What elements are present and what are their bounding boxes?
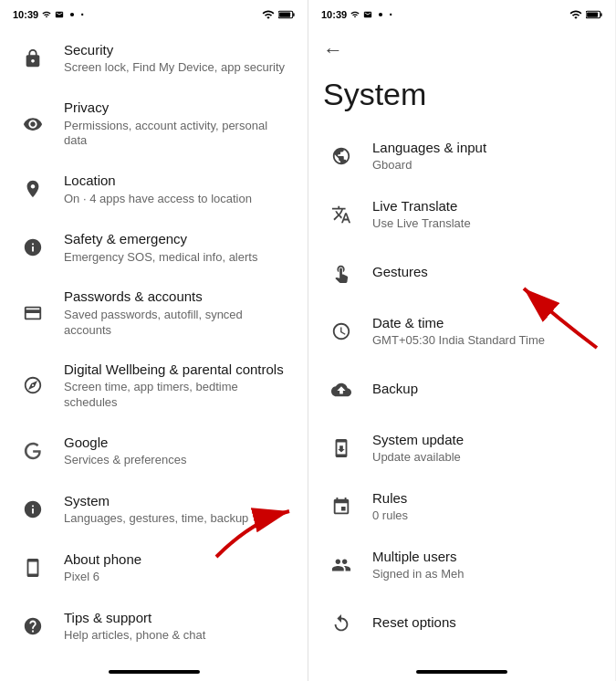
settings-item-system[interactable]: System Languages, gestures, time, backup <box>0 480 308 539</box>
security-subtitle: Screen lock, Find My Device, app securit… <box>64 60 293 76</box>
live-translate-subtitle: Use Live Translate <box>372 216 600 232</box>
settings-list-left: Security Screen lock, Find My Device, ap… <box>0 26 308 663</box>
reset-icon <box>323 605 360 642</box>
brightness-icon <box>68 10 77 19</box>
globe-icon <box>323 138 360 174</box>
rules-subtitle: 0 rules <box>372 508 600 524</box>
wifi-icon-left <box>262 8 275 21</box>
passwords-title: Passwords & accounts <box>64 288 293 306</box>
brightness-icon-r <box>376 10 385 19</box>
multiple-users-subtitle: Signed in as Meh <box>372 567 600 582</box>
location-title: Location <box>64 172 293 190</box>
system-update-title: System update <box>372 431 600 449</box>
tips-title: Tips & support <box>64 609 293 627</box>
translate-icon <box>323 196 360 233</box>
google-subtitle: Services & preferences <box>64 453 293 468</box>
settings-item-reset[interactable]: Reset options <box>308 594 615 653</box>
tips-subtitle: Help articles, phone & chat <box>64 628 293 644</box>
battery-icon-right <box>586 9 602 20</box>
google-title: Google <box>64 434 293 452</box>
backup-icon <box>323 372 360 408</box>
system-settings-list: Languages & input Gboard Live Translate … <box>308 123 615 663</box>
settings-item-wellbeing[interactable]: Digital Wellbeing & parental controls Sc… <box>0 350 308 422</box>
system-update-subtitle: Update available <box>372 450 600 466</box>
question-icon <box>15 608 51 644</box>
settings-item-backup[interactable]: Backup <box>308 361 615 419</box>
home-indicator-left[interactable] <box>0 663 308 681</box>
settings-item-security[interactable]: Security Screen lock, Find My Device, ap… <box>0 29 308 88</box>
location-icon <box>15 171 51 207</box>
mail-icon <box>55 10 64 19</box>
safety-title: Safety & emergency <box>64 230 293 248</box>
settings-item-google[interactable]: Google Services & preferences <box>0 422 308 480</box>
location-subtitle: On · 4 apps have access to location <box>64 192 293 207</box>
settings-item-safety[interactable]: Safety & emergency Emergency SOS, medica… <box>0 218 308 277</box>
settings-item-tips[interactable]: Tips & support Help articles, phone & ch… <box>0 597 308 655</box>
right-header: ← <box>308 26 615 69</box>
settings-item-privacy[interactable]: Privacy Permissions, account activity, p… <box>0 88 308 160</box>
svg-rect-8 <box>600 13 602 16</box>
red-arrow-left <box>207 493 308 566</box>
users-icon <box>323 547 360 583</box>
rules-icon <box>323 488 360 525</box>
back-button[interactable]: ← <box>323 35 343 66</box>
passwords-subtitle: Saved passwords, autofill, synced accoun… <box>64 308 293 339</box>
languages-subtitle: Gboard <box>372 158 600 173</box>
time-right: 10:39 <box>321 9 347 20</box>
dot-icon: · <box>80 7 84 22</box>
gestures-icon <box>323 255 360 291</box>
wellbeing-subtitle: Screen time, app timers, bedtime schedul… <box>64 380 293 411</box>
svg-point-5 <box>379 13 382 16</box>
status-bar-right: 10:39 · <box>308 0 615 26</box>
eye-icon <box>15 106 51 142</box>
privacy-subtitle: Permissions, account activity, personal … <box>64 119 293 150</box>
person-card-icon <box>15 295 51 331</box>
wellbeing-title: Digital Wellbeing & parental controls <box>64 361 293 379</box>
svg-rect-2 <box>279 12 290 16</box>
live-translate-title: Live Translate <box>372 197 600 215</box>
info-circle-icon <box>15 491 51 528</box>
safety-subtitle: Emergency SOS, medical info, alerts <box>64 250 293 266</box>
settings-item-gestures[interactable]: Gestures <box>308 244 615 302</box>
settings-item-passwords[interactable]: Passwords & accounts Saved passwords, au… <box>0 277 308 349</box>
backup-title: Backup <box>372 380 600 398</box>
page-title: System <box>308 69 615 123</box>
red-arrow-right <box>487 275 615 357</box>
google-icon <box>15 433 51 469</box>
svg-rect-7 <box>587 12 598 16</box>
about-subtitle: Pixel 6 <box>64 570 293 585</box>
battery-icon-left <box>278 9 295 20</box>
security-title: Security <box>64 41 293 59</box>
multiple-users-title: Multiple users <box>372 548 600 566</box>
home-indicator-right[interactable] <box>308 663 615 681</box>
settings-item-live-translate[interactable]: Live Translate Use Live Translate <box>308 185 615 244</box>
signal-icon <box>42 10 51 19</box>
compass-icon <box>15 367 51 403</box>
reset-title: Reset options <box>372 613 600 632</box>
settings-item-languages[interactable]: Languages & input Gboard <box>308 127 615 185</box>
privacy-title: Privacy <box>64 99 293 117</box>
languages-title: Languages & input <box>372 139 600 157</box>
signal-icon-r <box>350 10 360 19</box>
settings-item-rules[interactable]: Rules 0 rules <box>308 477 615 536</box>
svg-point-0 <box>70 13 74 16</box>
dot-icon-r: · <box>389 7 392 22</box>
lock-icon <box>15 40 51 77</box>
time-left: 10:39 <box>13 9 38 20</box>
phone-update-icon <box>323 430 360 466</box>
status-bar-left: 10:39 · <box>0 0 308 26</box>
settings-item-multiple-users[interactable]: Multiple users Signed in as Meh <box>308 536 615 594</box>
asterisk-icon <box>15 229 51 266</box>
svg-rect-3 <box>293 13 295 16</box>
rules-title: Rules <box>372 489 600 508</box>
wifi-icon-right <box>569 8 582 21</box>
settings-item-system-update[interactable]: System update Update available <box>308 419 615 477</box>
mail-icon-r <box>363 10 372 19</box>
phone-icon <box>15 550 51 586</box>
settings-item-location[interactable]: Location On · 4 apps have access to loca… <box>0 160 308 218</box>
clock-icon <box>323 313 360 350</box>
